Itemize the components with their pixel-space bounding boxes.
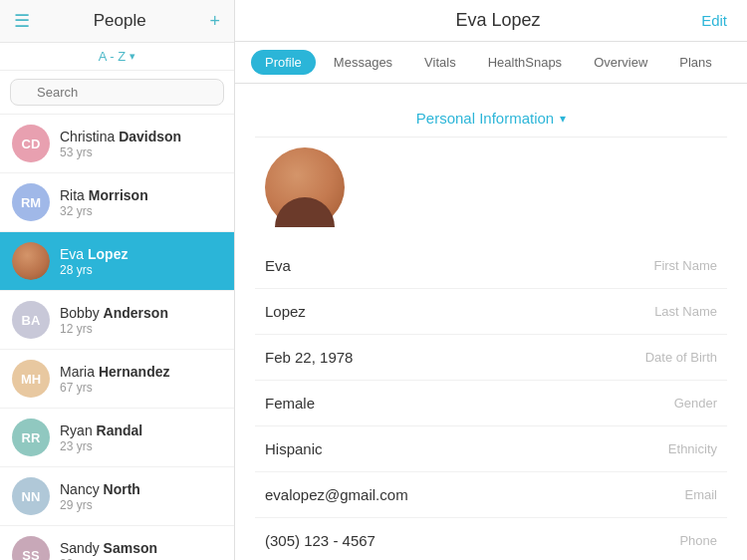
avatar-el [12, 242, 50, 280]
profile-content: Personal Information ▾ Eva First Name Lo… [235, 84, 747, 560]
person-item-rr[interactable]: RR Ryan Randal 23 yrs [0, 409, 234, 467]
person-info-rm: Rita Morrison 32 yrs [60, 187, 148, 218]
main-panel: Eva Lopez Edit Profile Messages Vitals H… [235, 0, 747, 560]
field-value-ethnicity: Hispanic [265, 440, 323, 457]
tab-overview[interactable]: Overview [580, 50, 661, 75]
avatar-nn: NN [12, 477, 50, 515]
person-info-ss: Sandy Samson 33 yrs [60, 540, 157, 561]
tab-healthsnaps[interactable]: HealthSnaps [474, 50, 576, 75]
avatar-cd: CD [12, 125, 50, 162]
field-label-dob: Date of Birth [645, 350, 717, 365]
person-name-mh: Maria Hernandez [60, 364, 169, 380]
person-age-rm: 32 yrs [60, 204, 148, 218]
field-value-gender: Female [265, 395, 315, 412]
field-label-ethnicity: Ethnicity [668, 441, 717, 456]
person-item-ba[interactable]: BA Bobby Anderson 12 yrs [0, 291, 234, 350]
sidebar-title: People [30, 11, 209, 31]
person-name-ba: Bobby Anderson [60, 305, 168, 321]
field-row-dob: Feb 22, 1978 Date of Birth [255, 335, 727, 381]
personal-info-label: Personal Information [416, 110, 554, 127]
person-age-mh: 67 yrs [60, 381, 169, 395]
field-value-lastname: Lopez [265, 303, 306, 320]
people-list: CD Christina Davidson 53 yrs RM Rita Mor… [0, 115, 234, 560]
person-name-rr: Ryan Randal [60, 422, 142, 438]
avatar-ba: BA [12, 301, 50, 339]
field-row-gender: Female Gender [255, 381, 727, 426]
person-age-ss: 33 yrs [60, 557, 157, 561]
eva-face [12, 242, 50, 280]
person-item-rm[interactable]: RM Rita Morrison 32 yrs [0, 173, 234, 232]
edit-button[interactable]: Edit [701, 12, 727, 29]
avatar-ss: SS [12, 536, 50, 560]
person-name-cd: Christina Davidson [60, 129, 181, 144]
tabs-bar: Profile Messages Vitals HealthSnaps Over… [235, 42, 747, 84]
search-input[interactable] [10, 79, 224, 106]
person-age-ba: 12 yrs [60, 322, 168, 336]
personal-info-bar[interactable]: Personal Information ▾ [255, 100, 727, 138]
person-name-rm: Rita Morrison [60, 187, 148, 203]
avatar-rm: RM [12, 183, 50, 221]
person-name-el: Eva Lopez [60, 246, 127, 262]
field-row-ethnicity: Hispanic Ethnicity [255, 426, 727, 472]
field-label-phone: Phone [679, 533, 717, 548]
field-label-lastname: Last Name [654, 304, 717, 319]
field-row-lastname: Lopez Last Name [255, 289, 727, 335]
person-name-nn: Nancy North [60, 481, 140, 497]
person-info-el: Eva Lopez 28 yrs [60, 246, 127, 277]
field-value-firstname: Eva [265, 257, 291, 274]
sort-bar[interactable]: A - Z ▾ [0, 43, 234, 71]
avatar-rr: RR [12, 419, 50, 456]
field-label-email: Email [684, 487, 717, 502]
field-label-gender: Gender [674, 396, 717, 411]
field-value-dob: Feb 22, 1978 [265, 349, 353, 366]
tab-plans[interactable]: Plans [665, 50, 726, 75]
tab-messages[interactable]: Messages [320, 50, 406, 75]
profile-photo-section [255, 138, 727, 243]
add-person-icon[interactable]: + [209, 11, 220, 32]
tab-vitals[interactable]: Vitals [410, 50, 470, 75]
avatar-mh: MH [12, 360, 50, 398]
personal-info-chevron-icon: ▾ [560, 112, 566, 126]
person-item-cd[interactable]: CD Christina Davidson 53 yrs [0, 115, 234, 173]
profile-photo [265, 147, 345, 227]
field-label-firstname: First Name [653, 258, 717, 273]
patient-name: Eva Lopez [295, 10, 701, 31]
person-age-el: 28 yrs [60, 263, 127, 277]
list-icon[interactable]: ☰ [14, 10, 30, 32]
sidebar-header: ☰ People + [0, 0, 234, 43]
sidebar: ☰ People + A - Z ▾ ● CD Christina Davids… [0, 0, 235, 560]
person-info-nn: Nancy North 29 yrs [60, 481, 140, 512]
field-row-phone: (305) 123 - 4567 Phone [255, 518, 727, 560]
field-row-email: evalopez@gmail.com Email [255, 472, 727, 518]
search-bar: ● [0, 71, 234, 115]
sort-label: A - Z [99, 49, 125, 64]
person-age-rr: 23 yrs [60, 439, 142, 453]
sort-chevron-icon: ▾ [129, 50, 135, 63]
field-row-firstname: Eva First Name [255, 243, 727, 289]
person-info-rr: Ryan Randal 23 yrs [60, 422, 142, 453]
person-item-nn[interactable]: NN Nancy North 29 yrs [0, 467, 234, 526]
search-wrap: ● [10, 79, 224, 106]
person-name-ss: Sandy Samson [60, 540, 157, 556]
person-item-el[interactable]: Eva Lopez 28 yrs [0, 232, 234, 291]
person-item-ss[interactable]: SS Sandy Samson 33 yrs [0, 526, 234, 560]
person-info-cd: Christina Davidson 53 yrs [60, 129, 181, 159]
field-value-email: evalopez@gmail.com [265, 486, 408, 503]
person-info-mh: Maria Hernandez 67 yrs [60, 364, 169, 395]
person-item-mh[interactable]: MH Maria Hernandez 67 yrs [0, 350, 234, 409]
person-info-ba: Bobby Anderson 12 yrs [60, 305, 168, 336]
tab-profile[interactable]: Profile [251, 50, 316, 75]
person-age-cd: 53 yrs [60, 145, 181, 159]
person-age-nn: 29 yrs [60, 498, 140, 512]
field-value-phone: (305) 123 - 4567 [265, 532, 375, 549]
main-header: Eva Lopez Edit [235, 0, 747, 42]
